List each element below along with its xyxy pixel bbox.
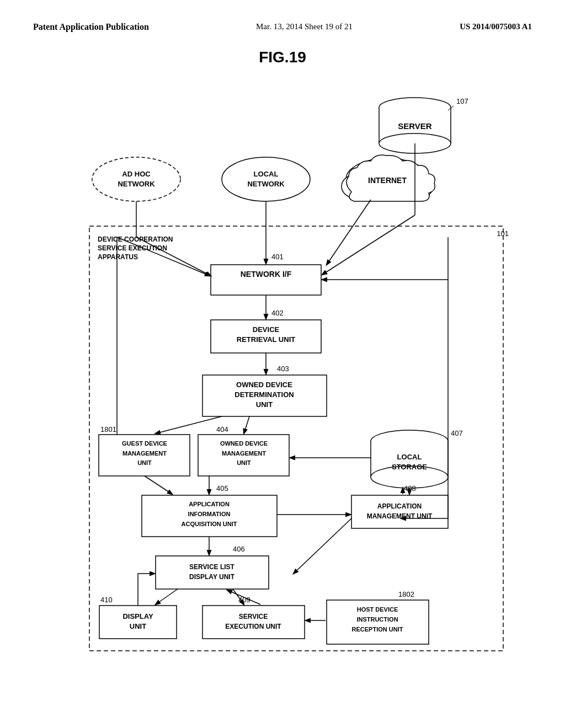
svg-text:404: 404 — [216, 425, 228, 433]
svg-text:407: 407 — [451, 429, 463, 437]
svg-text:DISPLAY UNIT: DISPLAY UNIT — [189, 573, 235, 581]
svg-text:OWNED DEVICE: OWNED DEVICE — [220, 440, 268, 447]
svg-text:AD HOC: AD HOC — [122, 170, 151, 178]
svg-text:RECEPTION UNIT: RECEPTION UNIT — [352, 626, 403, 633]
svg-text:405: 405 — [216, 484, 228, 493]
svg-text:UNIT: UNIT — [237, 459, 251, 466]
svg-text:MANAGEMENT UNIT: MANAGEMENT UNIT — [367, 512, 433, 520]
svg-text:GUEST DEVICE: GUEST DEVICE — [122, 440, 167, 447]
svg-text:NETWORK I/F: NETWORK I/F — [241, 270, 292, 279]
svg-text:HOST DEVICE: HOST DEVICE — [357, 606, 398, 613]
svg-text:DISPLAY: DISPLAY — [122, 612, 153, 620]
svg-text:SERVICE: SERVICE — [239, 613, 268, 620]
svg-text:APPLICATION: APPLICATION — [377, 502, 422, 510]
svg-text:MANAGEMENT: MANAGEMENT — [122, 450, 167, 457]
svg-text:INFORMATION: INFORMATION — [188, 511, 231, 517]
svg-text:MANAGEMENT: MANAGEMENT — [222, 450, 266, 457]
svg-text:APPARATUS: APPARATUS — [98, 253, 138, 261]
header-center: Mar. 13, 2014 Sheet 19 of 21 — [256, 22, 353, 31]
svg-text:SERVICE EXECUTION: SERVICE EXECUTION — [98, 244, 167, 252]
svg-text:NETWORK: NETWORK — [118, 180, 155, 188]
header: Patent Application Publication Mar. 13, … — [33, 22, 532, 32]
svg-text:403: 403 — [277, 365, 289, 373]
svg-text:408: 408 — [404, 484, 416, 493]
svg-text:SERVICE LIST: SERVICE LIST — [189, 563, 234, 571]
svg-text:DEVICE COOPERATION: DEVICE COOPERATION — [98, 235, 173, 243]
svg-text:EXECUTION UNIT: EXECUTION UNIT — [225, 623, 281, 630]
svg-text:DETERMINATION: DETERMINATION — [234, 390, 294, 399]
svg-text:1801: 1801 — [100, 425, 116, 433]
svg-rect-93 — [202, 606, 305, 639]
svg-rect-82 — [156, 556, 269, 589]
svg-text:SERVER: SERVER — [398, 121, 432, 131]
diagram: SERVER 107 INTERNET LOCAL NETWORK AD HOC… — [45, 77, 520, 673]
svg-text:APPLICATION: APPLICATION — [189, 501, 230, 507]
figure-title: FIG.19 — [33, 49, 532, 66]
svg-text:401: 401 — [271, 253, 284, 261]
svg-text:101: 101 — [497, 229, 509, 238]
svg-text:UNIT: UNIT — [137, 459, 152, 466]
svg-point-18 — [92, 157, 180, 201]
svg-text:RETRIEVAL UNIT: RETRIEVAL UNIT — [237, 335, 295, 344]
svg-text:107: 107 — [456, 97, 468, 105]
svg-text:ACQUISITION UNIT: ACQUISITION UNIT — [182, 521, 237, 527]
svg-rect-75 — [351, 495, 448, 528]
diagram-svg: SERVER 107 INTERNET LOCAL NETWORK AD HOC… — [45, 77, 520, 673]
svg-text:1802: 1802 — [398, 590, 414, 598]
svg-text:410: 410 — [100, 596, 113, 604]
svg-text:OWNED DEVICE: OWNED DEVICE — [236, 381, 292, 389]
svg-text:402: 402 — [271, 309, 284, 317]
svg-text:DEVICE: DEVICE — [253, 325, 280, 334]
header-left: Patent Application Publication — [33, 22, 149, 32]
svg-text:NETWORK: NETWORK — [247, 180, 285, 188]
svg-text:406: 406 — [233, 545, 245, 553]
svg-text:LOCAL: LOCAL — [397, 453, 422, 461]
header-right: US 2014/0075003 A1 — [460, 22, 532, 31]
svg-text:LOCAL: LOCAL — [254, 170, 279, 178]
svg-text:INSTRUCTION: INSTRUCTION — [356, 616, 398, 623]
svg-point-15 — [222, 157, 310, 201]
svg-text:STORAGE: STORAGE — [392, 463, 427, 471]
svg-text:UNIT: UNIT — [130, 622, 146, 630]
svg-text:INTERNET: INTERNET — [368, 176, 407, 185]
svg-text:UNIT: UNIT — [256, 400, 273, 409]
page: Patent Application Publication Mar. 13, … — [0, 0, 565, 728]
